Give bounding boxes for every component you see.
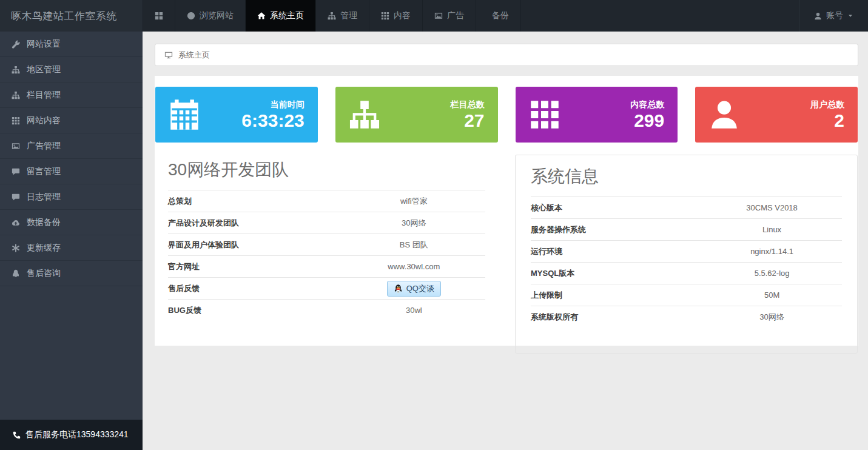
stat-label: 当前时间 xyxy=(241,99,304,111)
sidebar-menu: 网站设置 地区管理 栏目管理 网站内容 xyxy=(0,32,143,420)
row-value: 30wl xyxy=(343,306,485,315)
row-value: wifi管家 xyxy=(343,196,485,207)
stat-value: 2 xyxy=(810,110,844,130)
account-menu[interactable]: 账号 xyxy=(799,0,868,32)
stat-label: 栏目总数 xyxy=(451,99,485,111)
sidebar-item-label: 广告管理 xyxy=(27,141,61,152)
qq-color-icon xyxy=(394,284,403,293)
stat-value: 27 xyxy=(451,110,485,130)
nav-item[interactable]: 内容 xyxy=(369,0,423,32)
image-icon xyxy=(12,142,20,150)
row-label: 上传限制 xyxy=(531,290,702,301)
sidebar-item[interactable]: 留言管理 xyxy=(0,159,143,184)
stat-card: 用户总数 2 xyxy=(695,87,858,143)
sidebar-item-label: 日志管理 xyxy=(27,192,61,203)
image-icon xyxy=(434,12,443,20)
stats-row: 当前时间 6:33:23 栏目总数 27 xyxy=(155,87,858,143)
table-row: MYSQL版本 5.5.62-log xyxy=(531,262,842,284)
nav-item[interactable] xyxy=(143,0,175,32)
home-icon xyxy=(257,12,266,20)
sitemap-icon xyxy=(12,65,20,74)
service-phone-label: 售后服务电话13594333241 xyxy=(25,429,129,440)
sidebar-footer: 售后服务电话13594333241 xyxy=(0,420,143,450)
display-icon xyxy=(164,51,173,59)
th-icon xyxy=(381,12,389,20)
table-row: 运行环境 nginx/1.14.1 xyxy=(531,240,842,262)
top-navbar: 啄木鸟建站工作室系统 浏览网站 系统主页 xyxy=(0,0,868,32)
calendar-icon xyxy=(169,99,200,130)
row-value: 5.5.62-log xyxy=(702,269,842,278)
row-value: BS 团队 xyxy=(343,240,485,250)
system-info-title: 系统信息 xyxy=(531,165,842,188)
sitemap-icon xyxy=(328,12,336,20)
nav-item[interactable]: 广告 xyxy=(423,0,476,32)
table-row: 售后反馈 QQ交谈 xyxy=(168,277,485,299)
row-label: 系统版权所有 xyxy=(531,312,702,323)
sidebar-item[interactable]: 售后咨询 xyxy=(0,261,143,286)
table-row: 官方网址 www.30wl.com xyxy=(168,255,485,277)
comment-icon xyxy=(12,193,20,201)
sitemap-icon xyxy=(12,91,20,99)
nav-item[interactable]: 浏览网站 xyxy=(175,0,246,32)
breadcrumb: 系统主页 xyxy=(155,44,858,66)
row-label: MYSQL版本 xyxy=(531,268,702,279)
system-info-section: 系统信息 核心版本 30CMS V2018 服务器操作系统 xyxy=(515,155,858,354)
sidebar-item[interactable]: 网站设置 xyxy=(0,32,143,57)
account-label: 账号 xyxy=(826,10,843,21)
sidebar-item[interactable]: 网站内容 xyxy=(0,108,143,133)
info-columns: 30网络开发团队 总策划 wifi管家 xyxy=(155,155,858,354)
row-label: 运行环境 xyxy=(531,246,702,257)
comment-icon xyxy=(12,167,20,176)
app-title: 啄木鸟建站工作室系统 xyxy=(11,9,117,23)
sitemap-icon xyxy=(349,99,380,130)
sidebar-item-label: 售后咨询 xyxy=(27,268,61,279)
stat-card: 当前时间 6:33:23 xyxy=(155,87,318,143)
system-info-table: 核心版本 30CMS V2018 服务器操作系统 Linux xyxy=(531,196,842,327)
sidebar-item[interactable]: 地区管理 xyxy=(0,57,143,82)
table-row: 产品设计及研发团队 30网络 xyxy=(168,212,485,233)
main-content: 系统主页 当前时间 6:33:23 栏目总数 xyxy=(143,32,868,450)
wrench-icon xyxy=(12,40,20,49)
th-large-icon xyxy=(155,12,163,20)
nav-item[interactable]: 管理 xyxy=(316,0,369,32)
qq-chat-button[interactable]: QQ交谈 xyxy=(387,281,441,297)
app-logo[interactable]: 啄木鸟建站工作室系统 xyxy=(0,0,143,32)
table-row: 服务器操作系统 Linux xyxy=(531,218,842,240)
row-value: 30CMS V2018 xyxy=(702,203,842,212)
row-value: Linux xyxy=(702,225,842,234)
sidebar-item[interactable]: 数据备份 xyxy=(0,210,143,235)
top-nav: 浏览网站 系统主页 管理 内容 xyxy=(143,0,521,32)
sidebar-item-label: 网站内容 xyxy=(27,115,61,126)
sidebar-item-label: 数据备份 xyxy=(27,217,61,228)
table-row: BUG反馈 30wl xyxy=(168,299,485,321)
row-value: www.30wl.com xyxy=(343,262,485,271)
nav-item[interactable]: 系统主页 xyxy=(246,0,316,32)
row-value: QQ交谈 xyxy=(343,279,485,298)
qq-icon xyxy=(12,269,20,278)
team-section: 30网络开发团队 总策划 wifi管家 xyxy=(168,155,485,321)
table-row: 总策划 wifi管家 xyxy=(168,190,485,212)
row-label: 核心版本 xyxy=(531,203,702,213)
sidebar-item-label: 更新缓存 xyxy=(27,243,61,254)
team-section-title: 30网络开发团队 xyxy=(168,158,485,181)
table-row: 上传限制 50M xyxy=(531,284,842,306)
sidebar-item-label: 地区管理 xyxy=(27,64,61,75)
sidebar-item-label: 栏目管理 xyxy=(27,90,61,101)
stat-label: 用户总数 xyxy=(810,99,844,111)
row-value: 30网络 xyxy=(702,312,842,323)
row-label: 总策划 xyxy=(168,196,343,207)
sidebar-item[interactable]: 日志管理 xyxy=(0,184,143,210)
stat-card: 内容总数 299 xyxy=(516,87,678,143)
sidebar-item[interactable]: 更新缓存 xyxy=(0,235,143,261)
team-table: 总策划 wifi管家 产品设计及研发团队 xyxy=(168,190,485,321)
nav-item[interactable]: 备份 xyxy=(476,0,521,32)
sidebar-item[interactable]: 广告管理 xyxy=(0,133,143,159)
user-icon xyxy=(814,12,822,20)
sidebar-item[interactable]: 栏目管理 xyxy=(0,82,143,108)
sidebar-item-label: 留言管理 xyxy=(27,166,61,177)
row-label: 售后反馈 xyxy=(168,283,343,294)
row-value: nginx/1.14.1 xyxy=(702,247,842,256)
table-row: 系统版权所有 30网络 xyxy=(531,306,842,327)
row-label: BUG反馈 xyxy=(168,305,343,316)
caret-down-icon xyxy=(847,13,853,19)
